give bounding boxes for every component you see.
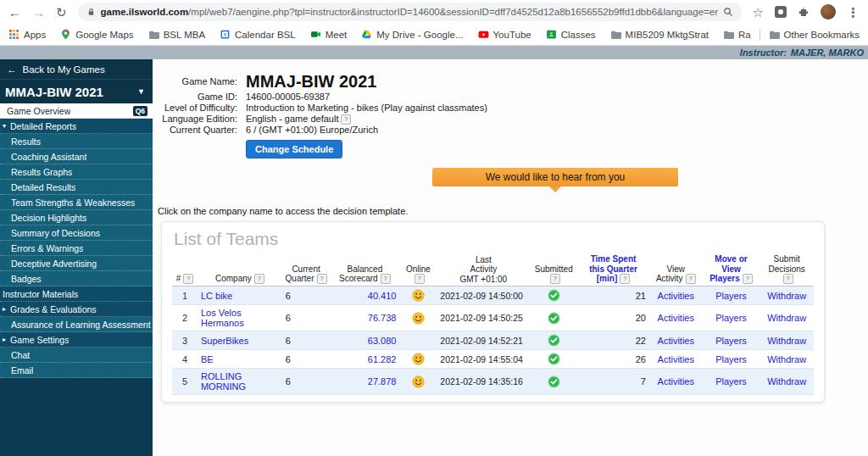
players-cell: Players bbox=[703, 331, 760, 350]
column-header-label: Time Spentthis Quarter [min] bbox=[589, 254, 637, 283]
change-schedule-button[interactable]: Change Schedule bbox=[246, 140, 342, 158]
sidebar-item-summary-of-decisions[interactable]: Summary of Decisions bbox=[0, 225, 153, 241]
zoom-search-icon[interactable] bbox=[723, 7, 733, 17]
withdraw-link[interactable]: Withdraw bbox=[767, 336, 806, 346]
activities-link[interactable]: Activities bbox=[658, 313, 694, 323]
menu-dots-icon[interactable]: ⋮ bbox=[847, 6, 860, 19]
profile-avatar[interactable] bbox=[821, 4, 836, 19]
other-bookmarks[interactable]: Other Bookmarks bbox=[769, 29, 860, 40]
help-icon[interactable]: ? bbox=[254, 274, 264, 284]
sidebar-item-grades-evaluations[interactable]: ▸Grades & Evaluations bbox=[0, 302, 153, 317]
extensions-puzzle-icon[interactable] bbox=[798, 6, 810, 18]
bookmark-apps[interactable]: Apps bbox=[8, 29, 46, 40]
activities-link[interactable]: Activities bbox=[658, 354, 694, 364]
sidebar-item-decision-highlights[interactable]: Decision Highlights bbox=[0, 210, 153, 225]
help-icon[interactable]: ? bbox=[415, 274, 425, 284]
company-link[interactable]: ROLLING MORNING bbox=[201, 371, 246, 392]
players-link[interactable]: Players bbox=[715, 376, 747, 386]
sidebar-item-deceptive-advertising[interactable]: Deceptive Advertising bbox=[0, 256, 153, 271]
instructor-label: Instructor: bbox=[740, 47, 787, 58]
bookmark-bsl-mba[interactable]: BSL MBA bbox=[148, 29, 205, 40]
help-icon[interactable]: ? bbox=[381, 274, 391, 284]
help-icon[interactable]: ? bbox=[341, 114, 351, 125]
bookmark-label: MIB5209 MktgStrat bbox=[626, 30, 709, 40]
sidebar-item-game-overview[interactable]: Game OverviewQ6 bbox=[0, 103, 153, 119]
scorecard-link[interactable]: 27.878 bbox=[368, 376, 397, 386]
withdraw-link[interactable]: Withdraw bbox=[767, 291, 806, 301]
sidebar-item-chat[interactable]: Chat bbox=[0, 348, 153, 363]
url-text: game.ilsworld.com/mpl/web7/aengine.php?t… bbox=[101, 7, 718, 17]
game-selector[interactable]: MMAJ-BIW 2021 ▼ bbox=[0, 80, 153, 103]
help-icon[interactable]: ? bbox=[743, 274, 753, 284]
column-header-last-activity-gmt-01-00: LastActivityGMT +01:00 bbox=[437, 253, 530, 286]
bookmark-meet[interactable]: Meet bbox=[310, 29, 348, 40]
team-number: 3 bbox=[172, 331, 198, 350]
feedback-banner[interactable]: We would like to hear from you bbox=[432, 168, 678, 186]
withdraw-link[interactable]: Withdraw bbox=[767, 376, 806, 386]
company-link[interactable]: LC bike bbox=[201, 291, 232, 301]
time-spent-cell: 21 bbox=[577, 286, 649, 305]
balanced-scorecard-cell: 61.282 bbox=[330, 350, 399, 369]
players-link[interactable]: Players bbox=[715, 354, 747, 364]
address-bar[interactable]: game.ilsworld.com/mpl/web7/aengine.php?t… bbox=[78, 3, 742, 21]
bookmark-classes[interactable]: Classes bbox=[546, 29, 596, 40]
back-to-my-games[interactable]: ← Back to My Games bbox=[0, 59, 153, 80]
help-icon[interactable]: ? bbox=[783, 274, 793, 284]
help-icon[interactable]: ? bbox=[686, 274, 696, 284]
sidebar-item-results-graphs[interactable]: Results Graphs bbox=[0, 164, 153, 180]
scorecard-link[interactable]: 76.738 bbox=[368, 313, 397, 323]
column-header-label: # bbox=[176, 274, 181, 283]
players-link[interactable]: Players bbox=[715, 291, 747, 301]
back-icon[interactable]: ← bbox=[8, 6, 21, 19]
help-icon[interactable]: ? bbox=[550, 274, 560, 284]
column-header-time-spent-this-quarter-min[interactable]: Time Spentthis Quarter [min]? bbox=[577, 253, 649, 286]
sidebar-item-results[interactable]: Results bbox=[0, 134, 153, 149]
sidebar-item-coaching-assistant[interactable]: Coaching Assistant bbox=[0, 149, 153, 164]
feedback-banner-text: We would like to hear from you bbox=[486, 171, 626, 183]
help-icon[interactable]: ? bbox=[183, 274, 193, 284]
company-link[interactable]: SuperBikes bbox=[201, 336, 248, 346]
help-icon[interactable]: ? bbox=[317, 274, 327, 284]
browser-toolbar: ← → ↻ game.ilsworld.com/mpl/web7/aengine… bbox=[0, 0, 868, 24]
players-cell: Players bbox=[703, 286, 760, 305]
scorecard-link[interactable]: 40.410 bbox=[368, 291, 397, 301]
column-header-label: Balanced Scorecard bbox=[339, 264, 382, 284]
activities-link[interactable]: Activities bbox=[658, 336, 694, 346]
sidebar-item-instructor-materials[interactable]: Instructor Materials bbox=[0, 286, 153, 302]
sidebar-item-assurance-of-learning-assessment[interactable]: Assurance of Learning Assessment bbox=[0, 317, 153, 332]
bookmark-youtube[interactable]: YouTube bbox=[478, 29, 531, 40]
bookmark-calendar-bsl[interactable]: 8Calendar BSL bbox=[220, 29, 296, 40]
withdraw-link[interactable]: Withdraw bbox=[767, 313, 806, 323]
help-icon[interactable]: ? bbox=[620, 274, 630, 284]
column-header-label: SubmitDecisions bbox=[768, 254, 804, 274]
scorecard-link[interactable]: 63.080 bbox=[368, 336, 397, 346]
quarter-badge: Q6 bbox=[133, 106, 147, 116]
sidebar-item-badges[interactable]: Badges bbox=[0, 271, 153, 286]
sidebar-item-errors-warnings[interactable]: Errors & Warnings bbox=[0, 241, 153, 256]
bookmark-my-drive-google[interactable]: My Drive - Google... bbox=[361, 29, 463, 40]
sidebar-item-game-settings[interactable]: ▸Game Settings bbox=[0, 332, 153, 348]
side-panel-icon[interactable] bbox=[775, 6, 787, 18]
bookmark-star-icon[interactable]: ☆ bbox=[753, 6, 764, 19]
company-link[interactable]: Los Velos Hermanos bbox=[201, 308, 244, 328]
withdraw-link[interactable]: Withdraw bbox=[767, 354, 806, 364]
sidebar-item-detailed-reports[interactable]: ▾Detailed Reports bbox=[0, 119, 153, 134]
submitted-cell bbox=[530, 350, 577, 369]
current-quarter-value: 6 / (GMT +01:00) Europe/Zurich bbox=[246, 125, 868, 136]
bookmark-razno[interactable]: Razno bbox=[723, 29, 750, 40]
scorecard-link[interactable]: 61.282 bbox=[368, 354, 397, 364]
bookmark-google-maps[interactable]: Google Maps bbox=[60, 29, 133, 40]
company-link[interactable]: BE bbox=[201, 354, 214, 364]
sidebar-item-email[interactable]: Email bbox=[0, 363, 153, 378]
players-link[interactable]: Players bbox=[715, 336, 747, 346]
forward-icon[interactable]: → bbox=[32, 6, 45, 19]
sidebar-item-team-strengths-weaknesses[interactable]: Team Strengths & Weaknesses bbox=[0, 195, 153, 210]
sidebar-item-label: Coaching Assistant bbox=[11, 152, 86, 162]
sidebar-item-detailed-results[interactable]: Detailed Results bbox=[0, 180, 153, 195]
bookmark-mib5209-mktgstrat[interactable]: MIB5209 MktgStrat bbox=[610, 29, 709, 40]
activities-link[interactable]: Activities bbox=[658, 376, 694, 386]
players-link[interactable]: Players bbox=[715, 313, 747, 323]
column-header-move-or-view-players[interactable]: Move or ViewPlayers? bbox=[703, 253, 760, 286]
activities-link[interactable]: Activities bbox=[658, 291, 694, 301]
reload-icon[interactable]: ↻ bbox=[56, 6, 67, 19]
